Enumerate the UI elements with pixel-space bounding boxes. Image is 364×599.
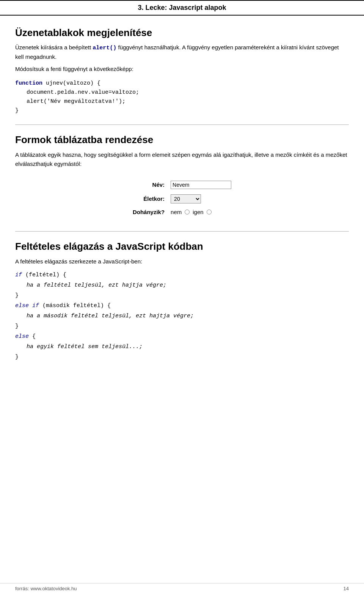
code2-line6: } [15,321,349,331]
form-row-nev: Név: [130,180,234,190]
code2-line4-rest: (második feltétel) { [39,303,111,309]
code2-line5: ha a második feltétel teljesül, ezt hajt… [27,311,349,321]
section1-title: Üzenetablakok megjelenítése [15,27,349,39]
form-row-dohanyzik: Dohányzik? nem igen [130,208,234,216]
section2-title: Formok táblázatba rendezése [15,134,349,146]
divider-2 [15,231,349,232]
page-title: 3. Lecke: Javascript alapok [138,4,226,11]
nev-input[interactable] [171,181,231,189]
nev-label: Név: [130,180,167,190]
eletkor-label: Életkor: [130,194,167,204]
section3-title: Feltételes elágazás a JavaScript kódban [15,241,349,252]
radio-nem[interactable] [185,210,190,214]
section2-desc: A táblázatok egyik haszna, hogy segítség… [15,150,349,169]
code2-line7-rest: { [29,333,36,340]
code-block-1: function ujnev(valtozo) { document.pelda… [15,79,349,115]
code2-line8: ha egyik feltétel sem teljesül...; [27,342,349,352]
divider-1 [15,125,349,125]
kw-else-if: else if [15,303,39,309]
footer-page: 14 [344,586,349,591]
code2-line1: if (feltétel) { [15,270,349,280]
page-header: 3. Lecke: Javascript alapok [0,0,364,16]
alert-func: alert() [93,45,116,51]
section1-para2: Módosítsuk a fenti függvényt a következő… [15,65,349,74]
code-line-1: function ujnev(valtozo) { [15,79,349,88]
form-table: Név: Életkor: 20 21 22 [129,176,235,220]
code2-line9: } [15,352,349,362]
nev-input-cell [168,180,234,190]
code2-line3: } [15,290,349,301]
nem-label: nem [171,209,182,215]
page-footer: forrás: www.oktatovideok.hu 14 [0,583,364,591]
code-func-sig: ujnev(valtozo) { [42,80,100,87]
kw-else: else [15,333,29,340]
section-uzenetablakok: Üzenetablakok megjelenítése Üzenetek kií… [15,27,349,115]
code2-line2: ha a feltétel teljesül, ezt hajtja végre… [27,280,349,290]
section-feltételes: Feltételes elágazás a JavaScript kódban … [15,241,349,362]
code-line-3: alert('Név megváltoztatva!'); [27,97,349,106]
dohanyzik-radio-cell: nem igen [168,208,234,216]
section1-para1: Üzenetek kiírására a beépített alert() f… [15,43,349,61]
kw-if: if [15,272,22,278]
eletkor-select[interactable]: 20 21 22 [171,194,201,203]
kw-function: function [15,80,42,87]
section1-text1: Üzenetek kiírására a beépített [15,44,93,50]
code2-line1-rest: (feltétel) { [22,272,66,278]
code-block-2: if (feltétel) { ha a feltétel teljesül, … [15,270,349,362]
igen-label: igen [193,209,203,215]
main-content: Üzenetablakok megjelenítése Üzenetek kií… [0,27,364,362]
code2-line7: else { [15,331,349,342]
section-formok: Formok táblázatba rendezése A táblázatok… [15,134,349,220]
code2-line4: else if (második feltétel) { [15,301,349,311]
form-demo: Név: Életkor: 20 21 22 [15,176,349,220]
footer-source: forrás: www.oktatovideok.hu [15,586,77,591]
code-line-4: } [15,106,349,115]
section3-desc: A feltételes elágazás szerkezete a JavaS… [15,257,349,266]
eletkor-select-cell: 20 21 22 [168,194,234,204]
form-row-eletkor: Életkor: 20 21 22 [130,194,234,204]
code-line-2: document.pelda.nev.value=valtozo; [27,88,349,97]
radio-igen[interactable] [207,210,212,214]
dohanyzik-label: Dohányzik? [130,208,167,216]
dohanyzik-radio-group: nem igen [171,209,212,215]
